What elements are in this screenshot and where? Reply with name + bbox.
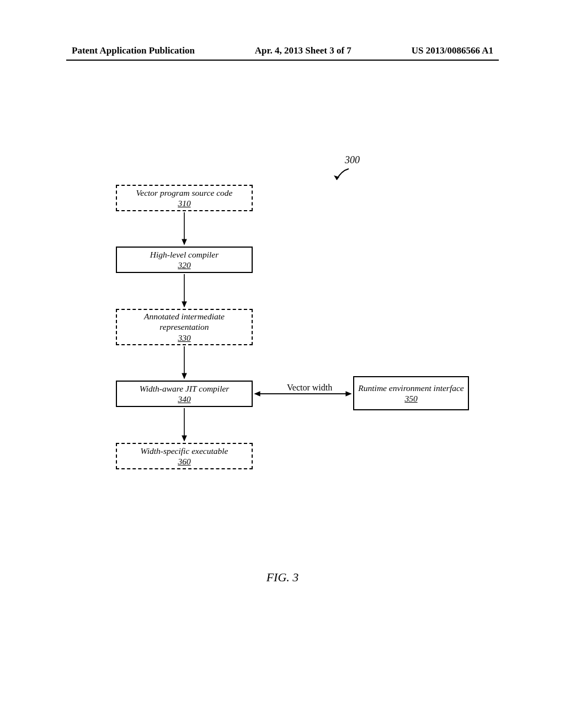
page-header: Patent Application Publication Apr. 4, 2… bbox=[0, 45, 565, 56]
box-annotated-intermediate-representation: Annotated intermediate representation 33… bbox=[116, 309, 253, 345]
box-refnum: 350 bbox=[404, 393, 417, 404]
box-refnum: 360 bbox=[178, 456, 190, 467]
header-left: Patent Application Publication bbox=[72, 45, 195, 56]
figure-label: FIG. 3 bbox=[0, 570, 565, 585]
box-vector-program-source-code: Vector program source code 310 bbox=[116, 185, 253, 211]
box-label: Width-specific executable bbox=[141, 446, 228, 456]
header-center: Apr. 4, 2013 Sheet 3 of 7 bbox=[255, 45, 351, 56]
box-high-level-compiler: High-level compiler 320 bbox=[116, 247, 253, 273]
box-label: High-level compiler bbox=[150, 249, 218, 260]
header-right: US 2013/0086566 A1 bbox=[412, 45, 493, 56]
box-refnum: 310 bbox=[178, 198, 190, 208]
box-refnum: 320 bbox=[178, 260, 190, 270]
header-separator bbox=[66, 60, 499, 61]
box-runtime-environment-interface: Runtime environment interface 350 bbox=[353, 376, 469, 410]
box-width-specific-executable: Width-specific executable 360 bbox=[116, 443, 253, 469]
box-label: Width-aware JIT compiler bbox=[140, 383, 230, 394]
box-label: Vector program source code bbox=[136, 188, 233, 198]
box-label: Annotated intermediate representation bbox=[120, 311, 248, 333]
ref-leader-arrow-icon bbox=[331, 168, 353, 184]
box-refnum: 340 bbox=[178, 394, 190, 404]
box-label: Runtime environment interface bbox=[358, 383, 463, 393]
edge-label-vector-width: Vector width bbox=[287, 383, 332, 393]
box-refnum: 330 bbox=[178, 333, 190, 343]
diagram-arrows bbox=[0, 160, 565, 546]
box-width-aware-jit-compiler: Width-aware JIT compiler 340 bbox=[116, 381, 253, 407]
diagram-ref-number: 300 bbox=[345, 154, 360, 166]
